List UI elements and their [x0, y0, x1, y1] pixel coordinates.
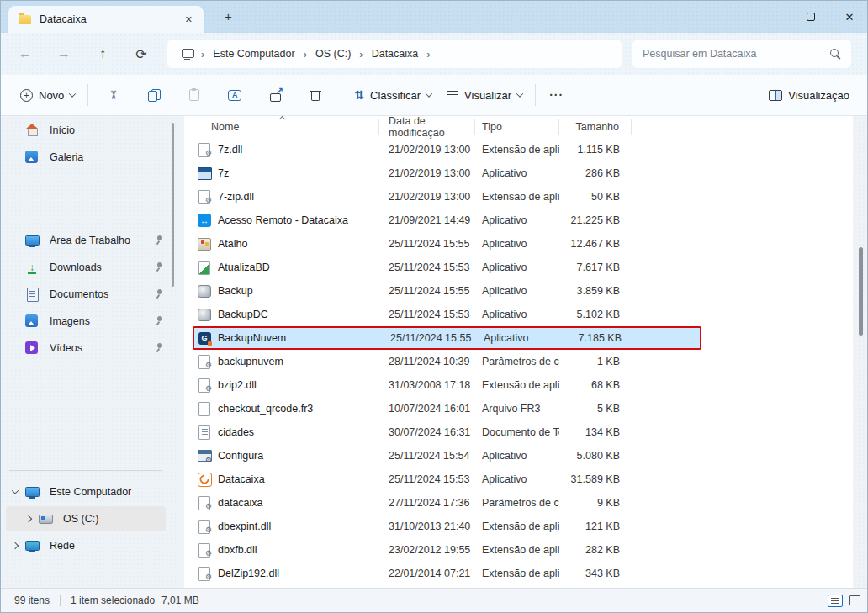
sidebar-item-videos[interactable]: Vídeos — [24, 336, 166, 361]
rename-button[interactable]: A — [219, 81, 251, 109]
file-name: checkout_qrcode.fr3 — [218, 403, 313, 415]
file-row[interactable]: cidades30/07/2024 16:31Documento de Te..… — [193, 420, 701, 444]
chevron-expanded-icon[interactable] — [6, 489, 24, 494]
view-button[interactable]: Visualizar — [439, 83, 530, 108]
file-row[interactable]: DelZip192.dll22/01/2014 07:21Extensão de… — [193, 562, 701, 585]
column-header-tamanho[interactable]: Tamanho — [559, 119, 632, 135]
file-row[interactable]: dbexpint.dll31/10/2013 21:40Extensão de … — [193, 515, 701, 538]
minimize-button[interactable]: – — [753, 1, 791, 33]
back-button[interactable]: ← — [11, 40, 40, 68]
file-row[interactable]: 7z21/02/2019 13:00Aplicativo286 KB — [193, 161, 701, 185]
up-button[interactable]: ↑ — [88, 40, 117, 68]
file-row[interactable]: bzip2.dll31/03/2008 17:18Extensão de apl… — [193, 373, 701, 397]
computer-icon — [24, 484, 40, 499]
view-lines-icon — [447, 91, 458, 100]
breadcrumb-item-os-c[interactable]: OS (C:) — [310, 44, 356, 64]
file-name: 7z — [218, 167, 229, 179]
pin-icon — [154, 235, 164, 246]
cut-button[interactable]: ✂ — [98, 81, 130, 109]
search-input[interactable] — [643, 48, 830, 60]
file-type: Aplicativo — [475, 238, 559, 250]
sidebar-item-downloads[interactable]: Downloads — [24, 255, 166, 280]
file-row[interactable]: Acesso Remoto - Datacaixa21/09/2021 14:4… — [193, 209, 701, 232]
file-row[interactable]: BackupNuvem25/11/2024 15:55Aplicativo7.1… — [193, 326, 701, 350]
paste-button[interactable] — [178, 81, 210, 109]
file-name-cell: cidades — [193, 425, 379, 440]
sidebar-item-area-de-trabalho[interactable]: Área de Trabalho — [24, 228, 166, 253]
breadcrumb-item-este-computador[interactable]: Este Computador — [208, 44, 299, 64]
sidebar-item-imagens[interactable]: Imagens — [24, 309, 166, 334]
file-row[interactable]: checkout_qrcode.fr310/07/2024 16:01Arqui… — [193, 397, 701, 420]
column-header-nome[interactable]: Nome — [193, 119, 379, 135]
pictures-icon — [24, 314, 40, 329]
sidebar-item-galeria[interactable]: Galeria — [24, 145, 166, 170]
explorer-tab[interactable]: Datacaixa ✕ — [8, 6, 204, 33]
file-row[interactable]: Configura25/11/2024 15:54Aplicativo5.080… — [193, 444, 701, 468]
file-size: 12.467 KB — [559, 238, 632, 250]
file-name-cell: Acesso Remoto - Datacaixa — [193, 213, 379, 228]
column-header-blank — [632, 119, 701, 135]
file-row[interactable]: Atalho25/11/2024 15:55Aplicativo12.467 K… — [193, 232, 701, 256]
copy-button[interactable] — [138, 81, 170, 109]
tab-close-icon[interactable]: ✕ — [181, 13, 197, 27]
new-tab-button[interactable]: + — [218, 8, 239, 25]
file-row[interactable]: backupnuvem28/11/2024 10:39Parâmetros de… — [193, 350, 701, 373]
column-header-data[interactable]: Data de modificação — [379, 119, 475, 135]
drive-icon — [38, 511, 53, 526]
file-row[interactable]: Backup25/11/2024 15:55Aplicativo3.859 KB — [193, 279, 701, 303]
file-date: 31/10/2013 21:40 — [379, 521, 475, 532]
file-icon — [197, 401, 212, 416]
dll-icon — [197, 378, 212, 393]
file-type: Extensão de aplica... — [475, 191, 559, 203]
sidebar-item-inicio[interactable]: Início — [24, 118, 166, 143]
sidebar-item-label: Início — [50, 124, 166, 136]
file-row[interactable]: datacaixa27/11/2024 17:36Parâmetros de c… — [193, 491, 701, 515]
address-bar[interactable]: › Este Computador › OS (C:) › Datacaixa … — [167, 40, 622, 68]
sort-button[interactable]: ⇅ Classificar — [347, 82, 439, 108]
file-type: Extensão de aplica... — [475, 379, 559, 391]
delete-button[interactable] — [299, 81, 331, 109]
sidebar-item-label: Este Computador — [50, 486, 166, 498]
backup-icon — [197, 283, 212, 299]
file-row[interactable]: 7-zip.dll21/02/2019 13:00Extensão de apl… — [193, 185, 701, 209]
more-options-button[interactable]: ··· — [541, 88, 572, 102]
file-row[interactable]: dbxfb.dll23/02/2012 19:55Extensão de apl… — [193, 538, 701, 562]
list-scrollbar[interactable] — [859, 247, 863, 336]
sidebar-scrollbar[interactable] — [172, 123, 174, 287]
sidebar-item-este-computador[interactable]: Este Computador — [6, 479, 166, 505]
backup-icon — [197, 307, 212, 322]
chevron-collapsed-icon[interactable] — [19, 516, 38, 521]
search-box[interactable] — [632, 40, 851, 68]
sidebar-item-rede[interactable]: Rede — [6, 533, 166, 558]
dll-icon — [197, 566, 212, 581]
details-view-icon[interactable] — [828, 595, 843, 607]
file-list: Nome Data de modificação Tipo Tamanho 7z… — [184, 116, 855, 588]
forward-button[interactable]: → — [50, 40, 78, 68]
maximize-button[interactable] — [791, 1, 830, 33]
file-date: 21/09/2021 14:49 — [379, 214, 475, 226]
sidebar-item-documentos[interactable]: Documentos — [24, 282, 166, 307]
breadcrumb-item-datacaixa[interactable]: Datacaixa — [367, 44, 424, 64]
toolbar-separator — [341, 84, 341, 106]
thumbnail-view-icon[interactable] — [849, 595, 860, 605]
file-date: 28/11/2024 10:39 — [379, 356, 475, 367]
file-row[interactable]: AtualizaBD25/11/2024 15:53Aplicativo7.61… — [193, 256, 701, 279]
file-size: 5 KB — [559, 403, 632, 415]
file-row[interactable]: BackupDC25/11/2024 15:53Aplicativo5.102 … — [193, 303, 701, 326]
file-name: Acesso Remoto - Datacaixa — [218, 214, 348, 226]
chevron-collapsed-icon[interactable] — [6, 543, 24, 548]
file-size: 31.589 KB — [559, 473, 632, 485]
share-button[interactable] — [259, 81, 291, 109]
close-button[interactable]: ✕ — [830, 1, 868, 33]
file-date: 25/11/2024 15:53 — [379, 309, 475, 320]
sidebar-item-os-c[interactable]: OS (C:) — [6, 506, 166, 531]
folder-icon — [19, 15, 31, 24]
dll-icon — [197, 542, 212, 558]
preview-toggle-button[interactable]: Visualização — [761, 83, 857, 108]
column-header-tipo[interactable]: Tipo — [475, 119, 559, 135]
refresh-button[interactable]: ⟳ — [127, 40, 156, 68]
new-button[interactable]: + Novo — [13, 83, 82, 108]
app-window-icon — [197, 166, 212, 181]
file-row[interactable]: Datacaixa25/11/2024 15:53Aplicativo31.58… — [193, 468, 701, 491]
file-row[interactable]: 7z.dll21/02/2019 13:00Extensão de aplica… — [193, 138, 701, 161]
